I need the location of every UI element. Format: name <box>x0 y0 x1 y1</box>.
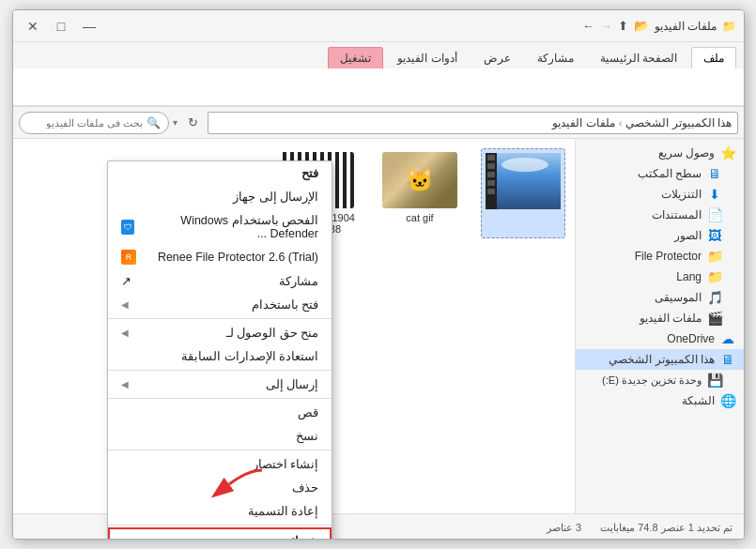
cm-restore-versions[interactable]: استعادة الإصدارات السابقة <box>108 344 332 368</box>
nav-back-icon[interactable]: ← <box>582 19 594 33</box>
addressbar: هذا الكمبيوتر الشخصي › ملفات الفيديو ↻ ▾… <box>13 107 744 139</box>
cm-grant-label: منح حق الوصول لـ <box>226 326 318 340</box>
clouds-decoration <box>501 158 548 172</box>
nav-forward-icon[interactable]: → <box>600 19 612 33</box>
maximize-button[interactable]: □ <box>49 16 73 37</box>
titlebar-left-group: 📁 ملفات الفيديو 📂 ⬆ → ← <box>582 19 736 33</box>
cm-send-device[interactable]: الإرسال إلى جهاز <box>108 185 332 208</box>
sidebar-item-music[interactable]: 🎵 الموسيقى <box>576 287 744 308</box>
sidebar-label-network: الشبكة <box>682 394 715 407</box>
ribbon-content <box>13 69 744 106</box>
cm-cut[interactable]: قص <box>108 401 332 424</box>
close-button[interactable]: ✕ <box>21 16 45 37</box>
cm-share[interactable]: مشاركة ↗ <box>108 269 332 293</box>
search-input[interactable] <box>27 117 143 129</box>
cm-scan-defender[interactable]: الفحص باستخدام Windows Defender ... 🛡 <box>108 208 332 245</box>
tab-videotools[interactable]: أدوات الفيديو <box>385 47 469 69</box>
sidebar-label-pictures: الصور <box>674 229 702 242</box>
path-this-pc: هذا الكمبيوتر الشخصي <box>625 116 732 130</box>
cm-rename-label: إعادة التسمية <box>248 504 318 518</box>
tab-share[interactable]: مشاركة <box>525 47 586 69</box>
sidebar-item-storage-e[interactable]: 💾 وحدة تخزين جديدة (E:) <box>576 370 744 390</box>
cm-open-with[interactable]: فتح باستخدام ◀ <box>108 293 332 316</box>
cm-send-device-label: الإرسال إلى جهاز <box>233 190 318 204</box>
sidebar-item-videos[interactable]: 🎬 ملفات الفيديو <box>576 308 744 328</box>
ribbon-tabs: ملف الصفحة الرئيسية مشاركة عرض أدوات الف… <box>13 42 744 69</box>
tab-activate[interactable]: تشغيل <box>328 47 383 69</box>
tab-file[interactable]: ملف <box>691 47 736 69</box>
arrow-svg <box>210 465 267 503</box>
minimize-button[interactable]: — <box>77 16 101 37</box>
filmstrip <box>486 153 497 209</box>
sidebar-label-music: الموسيقى <box>655 291 702 304</box>
sidebar-item-desktop[interactable]: 🖥 سطح المكتب <box>576 163 744 184</box>
cm-separator-3 <box>108 398 332 399</box>
path-separator: › <box>619 117 623 129</box>
search-icon: 🔍 <box>147 116 161 130</box>
sidebar-label-desktop: سطح المكتب <box>638 167 702 180</box>
video-frame <box>497 153 561 209</box>
pictures-icon: 🖼 <box>706 228 723 243</box>
folder-lang-icon: 📁 <box>706 269 723 284</box>
sidebar-item-downloads[interactable]: ⬇ التنزيلات <box>576 184 744 205</box>
share-icon: ↗ <box>121 274 131 288</box>
cm-grant-access[interactable]: منح حق الوصول لـ ◀ <box>108 321 332 344</box>
sidebar-label-this-pc: هذا الكمبيوتر الشخصي <box>609 353 715 366</box>
sidebar-item-network[interactable]: 🌐 الشبكة <box>576 390 744 411</box>
file-label-catgif: cat gif <box>406 212 433 223</box>
cm-send-to[interactable]: إرسال إلى ◀ <box>108 373 332 396</box>
sidebar-label-documents: المستندات <box>652 208 702 221</box>
sidebar-item-this-pc[interactable]: 🖥 هذا الكمبيوتر الشخصي <box>576 349 744 370</box>
filmstrip-hole <box>487 189 495 194</box>
tab-home[interactable]: الصفحة الرئيسية <box>588 47 689 69</box>
sidebar-item-pictures[interactable]: 🖼 الصور <box>576 225 744 246</box>
documents-icon: 📄 <box>706 207 723 222</box>
address-path[interactable]: هذا الكمبيوتر الشخصي › ملفات الفيديو <box>208 112 738 134</box>
cm-renee-label: Renee File Protector 2.6 (Trial) <box>158 251 318 264</box>
network-icon: 🌐 <box>719 393 736 408</box>
tab-view[interactable]: عرض <box>471 47 523 69</box>
music-icon: 🎵 <box>706 290 723 305</box>
cm-properties-label: خصائص <box>276 534 316 540</box>
cm-copy[interactable]: نسخ <box>108 424 332 448</box>
cm-copy-label: نسخ <box>296 429 318 443</box>
videos-icon: 🎬 <box>706 311 723 326</box>
sidebar-item-onedrive[interactable]: ☁ OneDrive <box>576 328 744 349</box>
sidebar-item-lang[interactable]: 📁 Lang <box>576 267 744 287</box>
cm-restore-label: استعادة الإصدارات السابقة <box>181 349 318 363</box>
cm-open[interactable]: فتح <box>108 161 332 185</box>
path-videos: ملفات الفيديو <box>552 116 614 130</box>
status-count: 3 عناصر <box>547 522 581 534</box>
chevron-down-icon[interactable]: ▾ <box>173 117 177 128</box>
arrow-icon-3: ◀ <box>121 379 129 389</box>
filmstrip-hole <box>487 163 495 169</box>
sidebar-item-file-protector[interactable]: 📁 File Protector <box>576 246 744 267</box>
storage-icon: 💾 <box>706 373 723 388</box>
cm-properties[interactable]: خصائص <box>108 527 332 540</box>
downloads-icon: ⬇ <box>706 187 723 202</box>
video-thumbnail <box>486 153 561 209</box>
cm-separator-1 <box>108 318 332 319</box>
cm-separator-5 <box>108 525 332 526</box>
folder-icon-sm: 📂 <box>634 19 649 33</box>
cm-scan-label: الفحص باستخدام Windows Defender ... <box>140 213 318 240</box>
cm-cut-label: قص <box>298 405 318 419</box>
arrow-icon-2: ◀ <box>121 328 129 338</box>
refresh-button[interactable]: ↻ <box>181 112 204 134</box>
file-item-catgif[interactable]: cat gif <box>378 148 462 238</box>
sidebar-label-lang: Lang <box>676 270 702 283</box>
search-box[interactable]: 🔍 <box>19 112 169 134</box>
cm-renee[interactable]: Renee File Protector 2.6 (Trial) R <box>108 245 332 269</box>
cm-separator-4 <box>108 450 332 450</box>
cat-thumbnail <box>382 152 457 208</box>
ribbon: ملف الصفحة الرئيسية مشاركة عرض أدوات الف… <box>13 42 744 107</box>
sidebar-item-documents[interactable]: 📄 المستندات <box>576 205 744 225</box>
up-icon[interactable]: ⬆ <box>618 19 628 33</box>
cm-delete-label: حذف <box>292 480 318 495</box>
cm-open-label: فتح <box>301 166 318 180</box>
sidebar-item-quick-access[interactable]: ⭐ وصول سريع <box>576 143 744 163</box>
file-item-video[interactable] <box>481 148 565 238</box>
window-controls: ✕ □ — <box>21 16 101 37</box>
sidebar-label-onedrive: OneDrive <box>667 332 715 345</box>
filmstrip-hole <box>487 180 495 186</box>
